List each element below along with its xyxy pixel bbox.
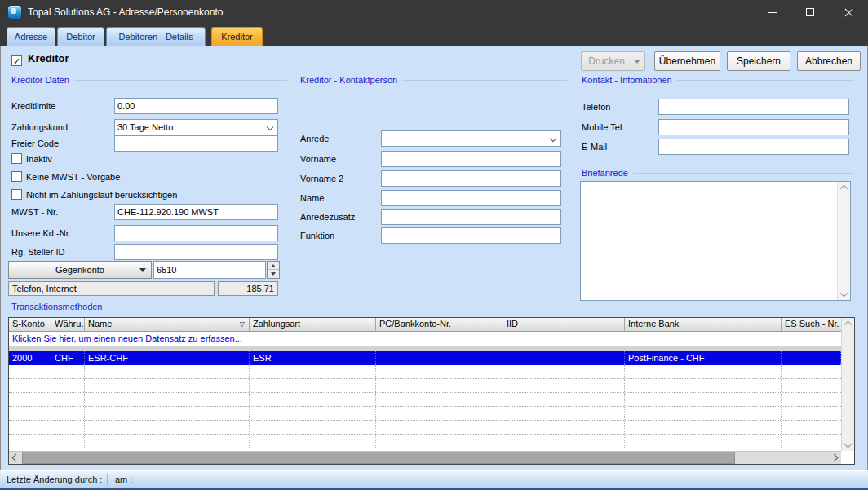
kreditlimite-input[interactable]: [114, 98, 278, 114]
anrede-select[interactable]: [381, 130, 561, 147]
vorname2-label: Vorname 2: [300, 170, 343, 187]
inaktiv-checkbox[interactable]: [11, 153, 22, 164]
grid-empty-row[interactable]: [9, 393, 841, 407]
titlebar[interactable]: Topal Solutions AG - Adresse/Personenkon…: [0, 0, 868, 24]
empty-cell: [51, 393, 85, 406]
funktion-input[interactable]: [381, 227, 561, 244]
empty-cell: [51, 407, 85, 420]
grid-horizontal-scrollbar[interactable]: [9, 451, 841, 464]
gegenkonto-spinner[interactable]: [267, 261, 280, 279]
grid-col-pc-bankkonto[interactable]: PC/Bankkonto-Nr.: [376, 318, 503, 331]
chevron-down-icon: [140, 268, 146, 272]
rg-steller-id-label: Rg. Steller ID: [11, 244, 64, 260]
grid-col-name[interactable]: Name▽: [85, 318, 250, 331]
empty-cell: [782, 421, 841, 434]
abbrechen-button[interactable]: Abbrechen: [797, 51, 861, 71]
maximize-button[interactable]: [791, 0, 829, 24]
briefanrede-scrollbar[interactable]: [837, 182, 850, 300]
tab-adresse[interactable]: Adresse: [7, 27, 55, 46]
vorname-input[interactable]: [381, 151, 561, 167]
tab-kreditor[interactable]: Kreditor: [211, 27, 263, 46]
empty-cell: [51, 379, 85, 392]
grid-empty-row[interactable]: [9, 407, 841, 421]
scrollbar-thumb[interactable]: [22, 452, 735, 464]
freier-code-input[interactable]: [114, 135, 278, 152]
zahlungskond-select[interactable]: 30 Tage Netto: [114, 119, 278, 135]
vorname2-input[interactable]: [381, 170, 561, 187]
email-label: E-Mail: [582, 139, 607, 155]
empty-cell: [85, 365, 250, 378]
grid-empty-row[interactable]: [9, 365, 841, 379]
tab-debitoren-details[interactable]: Debitoren - Details: [106, 27, 206, 46]
spinner-down-button[interactable]: [268, 270, 279, 278]
spinner-up-button[interactable]: [268, 262, 279, 270]
empty-cell: [376, 379, 503, 392]
zahlungskond-label: Zahlungskond.: [11, 119, 70, 135]
speichern-button[interactable]: Speichern: [727, 51, 790, 71]
scroll-down-icon[interactable]: [840, 289, 848, 298]
zahlungslauf-checkbox[interactable]: [11, 189, 22, 200]
grid-header-row: S-Konto Währu... Name▽ Zahlungsart PC/Ba…: [9, 318, 841, 332]
cell-iid: [503, 351, 625, 365]
grid-col-interne-bank[interactable]: Interne Bank: [625, 318, 782, 331]
section-kontakt-info: Kontakt - Infomationen: [582, 75, 854, 85]
empty-cell: [503, 379, 625, 392]
grid-vertical-scrollbar[interactable]: [841, 318, 854, 451]
scroll-down-icon[interactable]: [844, 440, 852, 448]
triangle-up-icon: [271, 264, 276, 267]
empty-cell: [9, 407, 51, 420]
grid-empty-row[interactable]: [9, 379, 841, 393]
cell-interne-bank: PostFinance - CHF: [625, 351, 782, 365]
grid-col-es-such-nr[interactable]: ES Such - Nr.: [782, 318, 841, 331]
name-input[interactable]: [381, 190, 561, 206]
telefon-input[interactable]: [658, 99, 849, 115]
empty-cell: [376, 393, 503, 406]
grid-empty-row[interactable]: [9, 421, 841, 435]
empty-cell: [85, 407, 250, 420]
anredezusatz-input[interactable]: [381, 209, 561, 225]
grid-col-waehrung[interactable]: Währu...: [51, 318, 85, 331]
minimize-button[interactable]: [754, 0, 791, 24]
section-briefanrede-title: Briefanrede: [582, 168, 628, 178]
email-input[interactable]: [658, 139, 849, 155]
empty-cell: [782, 379, 841, 392]
keine-mwst-checkbox[interactable]: [11, 171, 22, 182]
transaktionsmethoden-grid: S-Konto Währu... Name▽ Zahlungsart PC/Ba…: [8, 317, 855, 465]
scroll-up-icon[interactable]: [844, 321, 852, 329]
scroll-up-icon[interactable]: [840, 185, 848, 193]
unsere-kd-nr-input[interactable]: [114, 225, 278, 241]
gegenkonto-button[interactable]: Gegenkonto: [8, 261, 152, 279]
scroll-left-icon[interactable]: [12, 454, 20, 462]
empty-cell: [250, 379, 376, 392]
close-button[interactable]: [830, 0, 868, 24]
rg-steller-id-input[interactable]: [114, 244, 278, 260]
grid-new-record-row[interactable]: Klicken Sie hier, um einen neuen Datensa…: [9, 332, 841, 346]
drucken-button[interactable]: Drucken: [581, 51, 645, 71]
empty-cell: [9, 379, 51, 392]
grid-empty-row[interactable]: [9, 435, 841, 448]
kreditor-checkbox[interactable]: ✓: [11, 55, 22, 66]
drucken-dropdown[interactable]: [631, 52, 644, 70]
scroll-right-icon[interactable]: [830, 454, 839, 462]
grid-col-zahlungsart[interactable]: Zahlungsart: [250, 318, 376, 331]
cell-name: ESR-CHF: [85, 351, 250, 365]
divider: [74, 80, 287, 81]
briefanrede-textarea[interactable]: [580, 181, 851, 301]
mwst-nr-input[interactable]: [114, 204, 278, 220]
kreditlimite-label: Kreditlimite: [11, 98, 55, 114]
tab-debitor[interactable]: Debitor: [57, 27, 104, 46]
empty-cell: [782, 435, 841, 448]
divider: [633, 173, 854, 174]
uebernehmen-button[interactable]: Übernehmen: [654, 51, 720, 71]
cell-s-konto: 2000: [9, 351, 51, 365]
empty-cell: [503, 421, 625, 434]
empty-cell: [51, 421, 85, 434]
grid-col-s-konto[interactable]: S-Konto: [9, 318, 51, 331]
grid-selected-row[interactable]: 2000 CHF ESR-CHF ESR PostFinance - CHF: [9, 351, 841, 365]
mobile-tel-input[interactable]: [658, 119, 849, 135]
empty-cell: [9, 421, 51, 434]
grid-col-iid[interactable]: IID: [503, 318, 625, 331]
telefon-label: Telefon: [582, 99, 610, 115]
empty-cell: [625, 435, 782, 448]
gegenkonto-input[interactable]: [153, 261, 266, 279]
